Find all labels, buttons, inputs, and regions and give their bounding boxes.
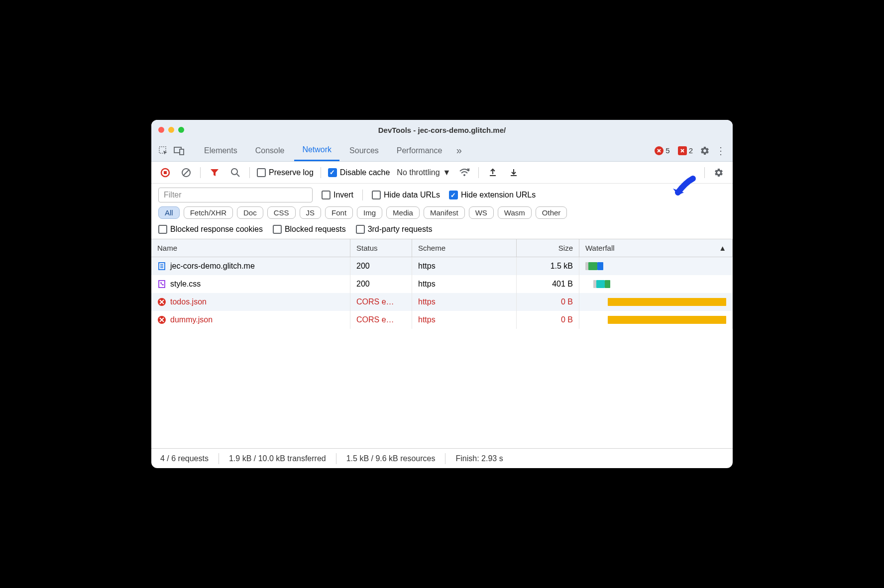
disable-cache-checkbox[interactable]: ✓ Disable cache (328, 168, 390, 177)
minimize-window-button[interactable] (168, 127, 174, 133)
wifi-icon[interactable] (457, 166, 471, 180)
devtools-window: DevTools - jec-cors-demo.glitch.me/ Elem… (151, 120, 733, 468)
annotation-arrow-icon (668, 173, 698, 202)
hide-extension-urls-checkbox[interactable]: ✓ Hide extension URLs (449, 191, 536, 199)
record-button[interactable] (158, 166, 172, 180)
col-waterfall-label: Waterfall (585, 244, 615, 252)
request-name: todos.json (170, 297, 207, 306)
col-status[interactable]: Status (350, 239, 412, 257)
error-icon (655, 146, 663, 155)
hide-data-label: Hide data URLs (384, 191, 440, 199)
request-waterfall (579, 275, 733, 293)
request-status: CORS e… (350, 293, 412, 311)
col-waterfall[interactable]: Waterfall ▲ (579, 239, 733, 257)
chip-ws[interactable]: WS (469, 206, 494, 219)
request-size: 401 B (517, 275, 579, 293)
request-scheme: https (412, 311, 517, 329)
type-filter-chips: AllFetch/XHRDocCSSJSFontImgMediaManifest… (151, 206, 733, 223)
dropdown-icon: ▼ (443, 168, 451, 177)
error-badge[interactable]: 5 (655, 146, 669, 155)
network-toolbar: Preserve log ✓ Disable cache No throttli… (151, 162, 733, 184)
blocked-requests-checkbox[interactable]: Blocked requests (273, 225, 346, 234)
window-title: DevTools - jec-cors-demo.glitch.me/ (151, 126, 733, 134)
blocked-requests-label: Blocked requests (285, 225, 346, 234)
blocked-cookies-checkbox[interactable]: Blocked response cookies (158, 225, 263, 234)
filter-input[interactable] (158, 188, 313, 202)
third-party-checkbox[interactable]: 3rd-party requests (356, 225, 433, 234)
clear-button[interactable] (179, 166, 193, 180)
file-icon (157, 280, 166, 289)
svg-rect-4 (164, 171, 167, 174)
blocked-cookies-label: Blocked response cookies (170, 225, 263, 234)
table-row[interactable]: style.css 200 https 401 B (151, 275, 733, 293)
hide-data-urls-checkbox[interactable]: Hide data URLs (372, 191, 440, 199)
tab-performance[interactable]: Performance (389, 140, 450, 161)
checkbox-icon (356, 225, 365, 234)
svg-line-8 (237, 174, 239, 177)
inspect-icon[interactable] (156, 144, 170, 158)
extra-filters: Blocked response cookies Blocked request… (151, 223, 733, 239)
checkbox-icon (273, 225, 282, 234)
maximize-window-button[interactable] (178, 127, 184, 133)
request-status: CORS e… (350, 311, 412, 329)
more-tabs-icon[interactable]: » (452, 144, 466, 158)
preserve-log-label: Preserve log (269, 168, 314, 177)
status-resources: 1.5 kB / 9.6 kB resources (346, 454, 436, 463)
kebab-menu-icon[interactable]: ⋮ (714, 144, 728, 158)
status-transferred: 1.9 kB / 10.0 kB transferred (229, 454, 326, 463)
request-status: 200 (350, 257, 412, 275)
table-header: Name Status Scheme Size Waterfall ▲ (151, 239, 733, 257)
col-scheme[interactable]: Scheme (412, 239, 517, 257)
warning-badge[interactable]: 2 (678, 146, 693, 155)
chip-media[interactable]: Media (386, 206, 420, 219)
search-icon[interactable] (228, 166, 242, 180)
status-finish: Finish: 2.93 s (455, 454, 503, 463)
throttling-select[interactable]: No throttling ▼ (397, 168, 450, 177)
close-window-button[interactable] (158, 127, 164, 133)
chip-font[interactable]: Font (325, 206, 353, 219)
upload-har-icon[interactable] (486, 166, 500, 180)
invert-checkbox[interactable]: Invert (322, 191, 353, 199)
table-row[interactable]: todos.json CORS e… https 0 B (151, 293, 733, 311)
chip-all[interactable]: All (158, 206, 180, 219)
filter-icon[interactable] (208, 166, 221, 180)
file-icon (157, 297, 166, 306)
svg-line-6 (183, 170, 189, 176)
chip-img[interactable]: Img (357, 206, 382, 219)
tab-sources[interactable]: Sources (341, 140, 387, 161)
table-row[interactable]: dummy.json CORS e… https 0 B (151, 311, 733, 329)
request-size: 1.5 kB (517, 257, 579, 275)
request-waterfall (579, 293, 733, 311)
request-waterfall (579, 257, 733, 275)
error-count: 5 (665, 146, 669, 155)
filter-bar: Invert Hide data URLs ✓ Hide extension U… (151, 184, 733, 206)
request-scheme: https (412, 275, 517, 293)
chip-other[interactable]: Other (536, 206, 567, 219)
col-name[interactable]: Name (151, 239, 350, 257)
preserve-log-checkbox[interactable]: Preserve log (257, 168, 314, 177)
tab-console[interactable]: Console (247, 140, 293, 161)
tab-elements[interactable]: Elements (196, 140, 245, 161)
chip-manifest[interactable]: Manifest (424, 206, 465, 219)
tab-network[interactable]: Network (294, 140, 339, 161)
network-settings-icon[interactable] (712, 166, 726, 180)
svg-point-7 (231, 169, 237, 175)
chip-doc[interactable]: Doc (237, 206, 263, 219)
device-toggle-icon[interactable] (172, 144, 186, 158)
titlebar: DevTools - jec-cors-demo.glitch.me/ (151, 120, 733, 140)
file-icon (157, 315, 166, 324)
chip-wasm[interactable]: Wasm (498, 206, 532, 219)
col-size[interactable]: Size (517, 239, 579, 257)
svg-rect-2 (180, 149, 184, 155)
download-har-icon[interactable] (507, 166, 521, 180)
chip-fetchxhr[interactable]: Fetch/XHR (184, 206, 233, 219)
request-name: jec-cors-demo.glitch.me (170, 262, 255, 271)
chip-js[interactable]: JS (300, 206, 322, 219)
chip-css[interactable]: CSS (267, 206, 296, 219)
request-size: 0 B (517, 293, 579, 311)
invert-label: Invert (333, 191, 353, 199)
table-row[interactable]: jec-cors-demo.glitch.me 200 https 1.5 kB (151, 257, 733, 275)
settings-icon[interactable] (698, 144, 712, 158)
status-bar: 4 / 6 requests 1.9 kB / 10.0 kB transfer… (151, 448, 733, 468)
sort-icon: ▲ (719, 244, 726, 252)
